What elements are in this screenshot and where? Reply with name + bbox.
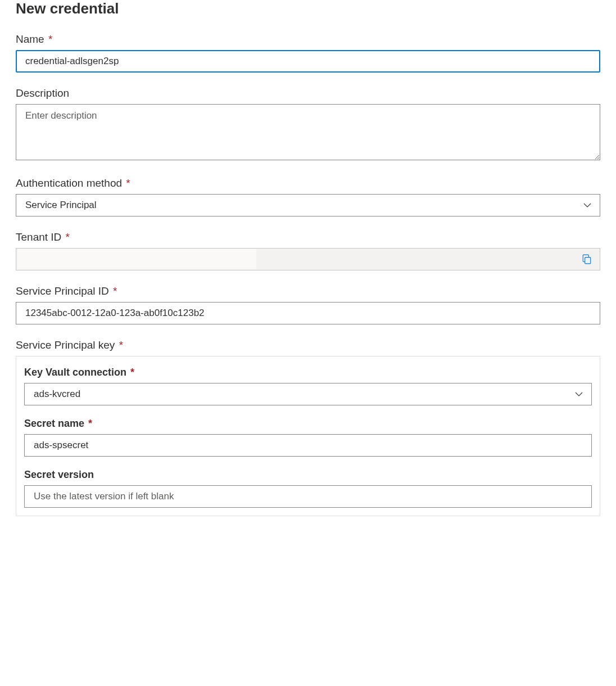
sp-id-label-text: Service Principal ID <box>16 285 109 297</box>
kv-connection-label: Key Vault connection * <box>24 367 592 378</box>
secret-version-label: Secret version <box>24 469 592 481</box>
required-indicator: * <box>126 177 130 189</box>
sp-id-label: Service Principal ID * <box>16 285 600 297</box>
name-label-text: Name <box>16 33 44 45</box>
sp-key-panel: Key Vault connection * ads-kvcred Secret… <box>16 356 600 516</box>
page-title: New credential <box>16 0 600 17</box>
name-label: Name * <box>16 33 600 46</box>
auth-method-label-text: Authentication method <box>16 177 122 189</box>
sp-key-label-text: Service Principal key <box>16 339 115 351</box>
required-indicator: * <box>130 367 134 378</box>
auth-method-label: Authentication method * <box>16 177 600 189</box>
tenant-id-field <box>16 248 600 270</box>
kv-connection-select[interactable]: ads-kvcred <box>24 383 592 405</box>
sp-key-label: Service Principal key * <box>16 339 600 351</box>
secret-version-input[interactable] <box>24 485 592 508</box>
auth-method-select[interactable]: Service Principal <box>16 194 600 216</box>
secret-name-label-text: Secret name <box>24 418 84 429</box>
tenant-id-label-text: Tenant ID <box>16 231 61 243</box>
secret-name-label: Secret name * <box>24 418 592 430</box>
required-indicator: * <box>88 418 92 429</box>
tenant-id-label: Tenant ID * <box>16 231 600 243</box>
svg-rect-0 <box>585 258 591 264</box>
required-indicator: * <box>113 285 117 297</box>
description-textarea[interactable] <box>16 104 600 160</box>
kv-connection-label-text: Key Vault connection <box>24 367 126 378</box>
copy-icon[interactable] <box>582 254 592 264</box>
secret-name-input[interactable] <box>24 434 592 457</box>
name-input[interactable] <box>16 50 600 73</box>
required-indicator: * <box>119 339 123 351</box>
required-indicator: * <box>48 33 52 45</box>
description-label: Description <box>16 87 600 100</box>
required-indicator: * <box>66 231 70 243</box>
sp-id-input[interactable] <box>16 302 600 324</box>
tenant-id-value <box>17 249 256 269</box>
